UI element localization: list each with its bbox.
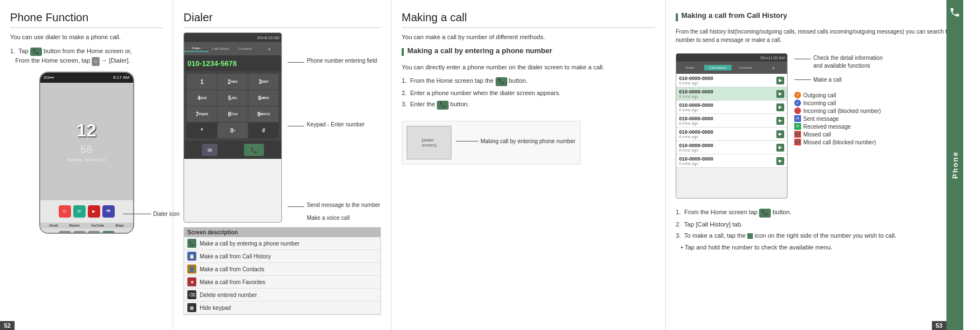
dialer-tab-history[interactable]: Call History <box>209 46 233 51</box>
making-call-step3: 3. Enter the 📞 button. <box>402 100 655 110</box>
hist-step2: 2. Tap [Call History] tab. <box>676 220 953 229</box>
key-3[interactable]: 3DEF <box>248 74 279 89</box>
hist-detail-btn-4[interactable]: ▶ <box>776 130 784 138</box>
hist-number-4: 010-0000-0000 <box>679 129 713 135</box>
hist-tab-favorites[interactable]: ★ <box>760 65 788 71</box>
key-star[interactable]: * <box>187 122 217 138</box>
screen-desc-row-1: 📋 Make a call from Call History <box>184 250 380 263</box>
screen-desc-row-5: ▦ Hide keypad <box>184 301 380 314</box>
screen-desc-icon-0: 📞 <box>187 239 196 248</box>
legend-missed-icon: 📵 <box>794 131 801 138</box>
phone-screen-body: 12 56 Sunday, January 01 <box>40 83 133 200</box>
key-8[interactable]: 8TUV <box>218 106 248 122</box>
phone-screenshot: 3G▪▪▪ 6:17 AM 12 56 Sunday, January 01 G… <box>39 72 134 234</box>
section-title-phone-number: Making a call by entering a phone number <box>407 46 552 55</box>
dialer-tab-favorites[interactable]: ★ <box>257 46 282 52</box>
annotation-make-call: Make a call <box>813 77 842 83</box>
hist-row-0: 010-0000-0000 9 mins ago ▶ <box>676 74 787 87</box>
annotation-making-call: Making call by entering phone number <box>480 138 576 144</box>
hist-tabs: Dialer Call History Contacts ★ <box>676 62 787 74</box>
section-header-phone-number: Making a call by entering a phone number <box>402 46 655 58</box>
hist-tab-contacts[interactable]: Contacts <box>732 65 760 70</box>
screen-desc-header: Screen description <box>184 228 380 237</box>
legend-missed-label: Missed call <box>803 131 831 138</box>
key-hash[interactable]: # <box>248 122 279 138</box>
hist-time-4: 8 mins ago <box>679 135 713 139</box>
hist-time-5: 8 mins ago <box>679 148 713 152</box>
app-gmail: G <box>59 205 71 218</box>
screen-desc-row-2: 👤 Make a call from Contacts <box>184 263 380 276</box>
app-label-gmail: Gmail <box>49 224 58 227</box>
hist-row-4: 010-0000-0000 8 mins ago ▶ <box>676 128 787 141</box>
hist-detail-btn-1[interactable]: ▶ <box>776 90 784 98</box>
dialer-keypad: 1 2ABC 3DEF 4GHI 5JKL 6MNO 7PQRS 8TUV 9W… <box>186 73 280 139</box>
legend-received-icon: ✉ <box>794 123 801 130</box>
dialer-status-bar: 3G▪▪ 6:43 AM <box>184 33 281 42</box>
phone-function-section: 52 Phone Function You can use dialer to … <box>0 0 173 330</box>
legend-outgoing: ↗ Outgoing call <box>794 92 953 98</box>
screen-desc-icon-4: ⌫ <box>187 290 196 299</box>
dialer-top-time: 6:43 AM <box>265 36 280 40</box>
hist-detail-btn-6[interactable]: ▶ <box>776 157 784 165</box>
key-4[interactable]: 4GHI <box>187 90 217 106</box>
key-9[interactable]: 9WXYZ <box>248 106 279 122</box>
hist-status-bar: 3G▪▪ 11:00 AM <box>676 54 787 62</box>
hist-number-0: 010-0000-0000 <box>679 76 713 81</box>
hist-tab-dialer[interactable]: Dialer <box>676 65 704 70</box>
dialer-phone-number: 010-1234-5678 <box>187 59 237 68</box>
dock-nate: N <box>102 231 115 234</box>
legend-sent-icon: ✉ <box>794 115 801 122</box>
app-label-maps: Maps <box>116 224 124 227</box>
call-history-section: Making a call from Call History From the… <box>666 0 963 330</box>
legend-incoming-icon: ↙ <box>794 100 801 106</box>
hist-detail-btn-3[interactable]: ▶ <box>776 117 784 125</box>
call-history-section-header: Making a call from Call History <box>676 11 953 23</box>
make-call-button[interactable]: 📞 <box>244 144 264 156</box>
hist-number-3: 010-0000-0000 <box>679 116 713 121</box>
legend-incoming: ↙ Incoming call <box>794 100 953 106</box>
screen-desc-label-3: Make a call from Favorites <box>200 279 265 285</box>
legend-incoming-label: Incoming call <box>803 100 836 106</box>
dialer-tab-contacts[interactable]: Contacts <box>233 46 257 51</box>
dialer-section: Dialer 3G▪▪ 6:43 AM Dialer Call History … <box>173 0 392 330</box>
step3-tap-btn: 📞 <box>437 101 449 110</box>
hist-time-2: 8 mins ago <box>679 108 713 112</box>
key-7[interactable]: 7PQRS <box>187 106 217 122</box>
making-call-title: Making a call <box>402 11 655 28</box>
phone-clock: 12 <box>77 120 97 141</box>
legend-missed-blocked-icon: 📵 <box>794 139 801 145</box>
hist-detail-btn-5[interactable]: ▶ <box>776 144 784 152</box>
key-1[interactable]: 1 <box>187 74 217 89</box>
hist-detail-btn-0[interactable]: ▶ <box>776 77 784 84</box>
annotation-make-voice-call: Make a voice call <box>307 215 380 221</box>
app-label-youtube: YouTube <box>91 224 105 227</box>
dialer-screenshot: 3G▪▪ 6:43 AM Dialer Call History Contact… <box>183 32 282 223</box>
making-call-intro: You can make a call by number of differe… <box>402 32 655 42</box>
hist-row-5: 010-0000-0000 8 mins ago ▶ <box>676 141 787 154</box>
key-0[interactable]: 0+ <box>218 122 248 138</box>
send-message-button[interactable]: ✉ <box>202 144 218 156</box>
dialer-tab-dialer[interactable]: Dialer <box>184 45 209 52</box>
phone-dock: 👤 📋 T N <box>40 228 133 234</box>
hist-detail-btn-2[interactable]: ▶ <box>776 103 784 111</box>
annotation-send-message: Send message to the number <box>307 202 380 208</box>
phone-side-tab: Phone <box>946 0 963 330</box>
call-history-title: Making a call from Call History <box>681 11 787 20</box>
key-5[interactable]: 5JKL <box>218 90 248 106</box>
screen-desc-row-0: 📞 Make a call by entering a phone number <box>184 237 380 250</box>
annotation-keypad: Keypad - Enter number <box>307 121 364 128</box>
hist-time-1: 8 mins ago <box>679 95 713 98</box>
hist-row-3: 010-0000-0000 8 mins ago ▶ <box>676 114 787 128</box>
call-history-intro: From the call history list(Incoming/outg… <box>676 27 953 44</box>
side-tab-label: Phone <box>951 151 959 179</box>
hist-tab-history[interactable]: Call History <box>704 65 732 70</box>
phone-side-tab-icon <box>949 7 960 18</box>
dock-tstore: T <box>88 231 100 234</box>
page-num-right: 53 <box>932 321 946 330</box>
key-6[interactable]: 6MNO <box>248 90 279 106</box>
key-2[interactable]: 2ABC <box>218 74 248 89</box>
legend-sent: ✉ Sent message <box>794 115 953 122</box>
step1-tap-btn: 📞 <box>496 77 507 86</box>
phone-function-title: Phone Function <box>10 11 163 28</box>
screen-desc-label-1: Make a call from Call History <box>200 253 271 260</box>
